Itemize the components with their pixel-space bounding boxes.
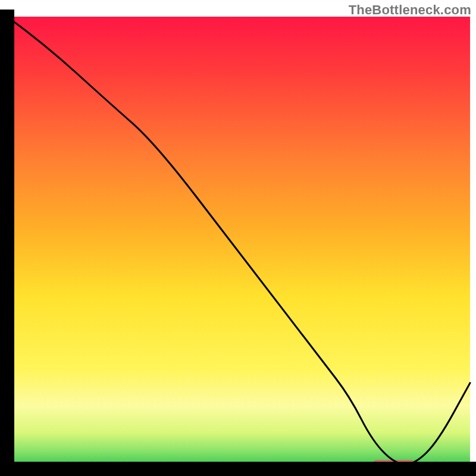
watermark-text: TheBottleneck.com: [349, 2, 471, 18]
plot-background: [7, 17, 470, 469]
bottleneck-chart: [0, 0, 476, 476]
chart-container: TheBottleneck.com: [0, 0, 476, 476]
